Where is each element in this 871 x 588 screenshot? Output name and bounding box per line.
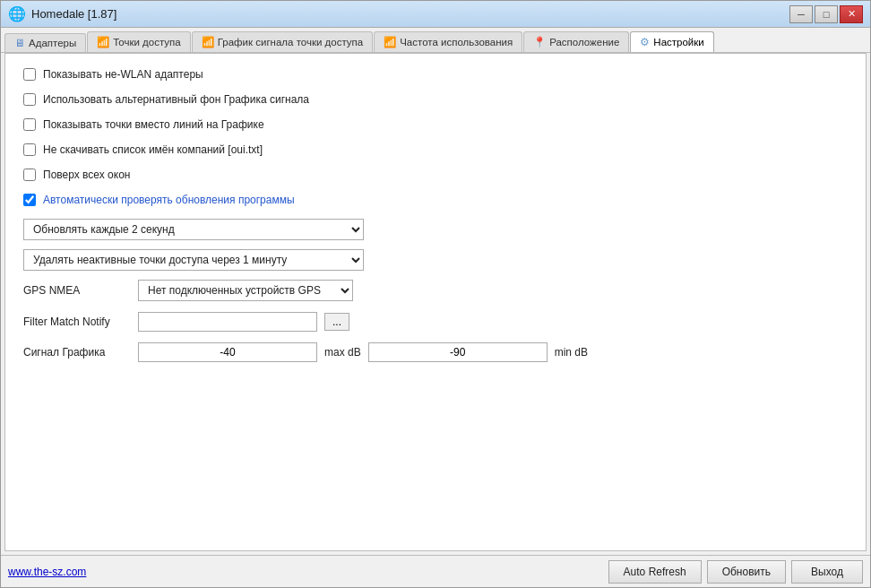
title-bar-controls: ─ □ ✕ [789, 5, 863, 23]
title-bar-left: 🌐 Homedale [1.87] [8, 5, 116, 22]
filter-input[interactable] [138, 312, 317, 332]
tab-usage-freq[interactable]: 📶 Частота использования [374, 31, 522, 52]
website-link[interactable]: www.the-sz.com [8, 566, 86, 578]
tab-location[interactable]: 📍 Расположение [523, 31, 629, 52]
minimize-button[interactable]: ─ [789, 5, 813, 23]
always-on-top-label[interactable]: Поверх всех окон [43, 169, 130, 181]
exit-button[interactable]: Выход [791, 560, 863, 584]
signal-label: Сигнал Графика [23, 346, 131, 359]
show-dots-checkbox[interactable] [23, 118, 36, 131]
tab-location-label: Расположение [549, 37, 619, 48]
remove-interval-row: Удалять неактивные точки доступа через 1… [23, 249, 848, 271]
refresh-interval-select[interactable]: Обновлять каждые 2 секунд [23, 219, 364, 240]
refresh-button[interactable]: Обновить [707, 560, 786, 584]
no-download-oui-checkbox[interactable] [23, 143, 36, 156]
signal-max-label: max dB [324, 346, 361, 359]
tab-adapters-label: Адаптеры [29, 38, 76, 48]
close-button[interactable]: ✕ [840, 5, 863, 23]
auto-update-checkbox[interactable] [23, 194, 36, 206]
alt-signal-bg-row: Использовать альтернативный фон Графика … [23, 93, 848, 106]
filter-browse-button[interactable]: ... [324, 313, 349, 331]
gps-select[interactable]: Нет подключенных устройств GPS [138, 280, 353, 301]
signal-max-input[interactable] [138, 342, 317, 362]
refresh-interval-row: Обновлять каждые 2 секунд [23, 219, 848, 240]
remove-interval-select[interactable]: Удалять неактивные точки доступа через 1… [23, 249, 364, 271]
signal-min-label: min dB [555, 346, 588, 359]
tab-access-points-label: Точки доступа [113, 37, 181, 48]
tab-access-points-icon: 📶 [97, 36, 109, 48]
signal-row: Сигнал Графика max dB min dB [23, 342, 848, 362]
tab-settings-label: Настройки [653, 37, 703, 48]
app-icon: 🌐 [8, 5, 26, 22]
maximize-button[interactable]: □ [815, 5, 838, 23]
tabs-bar: 🖥 Адаптеры 📶 Точки доступа 📶 График сигн… [1, 28, 870, 53]
no-download-oui-label[interactable]: Не скачивать список имён компаний [oui.t… [43, 143, 263, 156]
gps-label: GPS NMEA [23, 284, 131, 297]
tab-signal-graph-label: График сигнала точки доступа [218, 37, 363, 48]
gps-row: GPS NMEA Нет подключенных устройств GPS [23, 280, 848, 301]
show-non-wlan-row: Показывать не-WLAN адаптеры [23, 68, 848, 81]
filter-row: Filter Match Notify ... [23, 312, 848, 332]
title-bar: 🌐 Homedale [1.87] ─ □ ✕ [1, 1, 870, 28]
show-non-wlan-checkbox[interactable] [23, 68, 36, 81]
tab-settings[interactable]: ⚙ Настройки [630, 31, 713, 52]
no-download-oui-row: Не скачивать список имён компаний [oui.t… [23, 143, 848, 156]
tab-adapters-icon: 🖥 [14, 38, 25, 48]
main-window: 🌐 Homedale [1.87] ─ □ ✕ 🖥 Адаптеры 📶 Точ… [0, 0, 871, 588]
tab-settings-icon: ⚙ [640, 36, 650, 48]
always-on-top-row: Поверх всех окон [23, 169, 848, 181]
filter-label: Filter Match Notify [23, 316, 131, 328]
tab-adapters[interactable]: 🖥 Адаптеры [4, 33, 86, 52]
settings-panel: Показывать не-WLAN адаптеры Использовать… [4, 53, 867, 551]
alt-signal-bg-label[interactable]: Использовать альтернативный фон Графика … [43, 93, 309, 106]
always-on-top-checkbox[interactable] [23, 169, 36, 181]
tab-signal-graph[interactable]: 📶 График сигнала точки доступа [192, 31, 373, 52]
auto-refresh-button[interactable]: Auto Refresh [608, 560, 702, 584]
tab-usage-freq-icon: 📶 [384, 36, 396, 48]
signal-min-input[interactable] [368, 342, 548, 362]
show-non-wlan-label[interactable]: Показывать не-WLAN адаптеры [43, 68, 203, 81]
status-buttons: Auto Refresh Обновить Выход [608, 560, 863, 584]
tab-access-points[interactable]: 📶 Точки доступа [87, 31, 191, 52]
auto-update-label[interactable]: Автоматически проверять обновления прогр… [43, 194, 295, 206]
auto-update-row: Автоматически проверять обновления прогр… [23, 194, 848, 206]
show-dots-row: Показывать точки вместо линий на Графике [23, 118, 848, 131]
tab-signal-graph-icon: 📶 [202, 36, 214, 48]
tab-usage-freq-label: Частота использования [400, 37, 513, 48]
show-dots-label[interactable]: Показывать точки вместо линий на Графике [43, 118, 264, 131]
tab-location-icon: 📍 [533, 36, 546, 48]
status-bar: www.the-sz.com Auto Refresh Обновить Вых… [1, 555, 870, 587]
alt-signal-bg-checkbox[interactable] [23, 93, 36, 106]
window-title: Homedale [1.87] [31, 7, 116, 21]
